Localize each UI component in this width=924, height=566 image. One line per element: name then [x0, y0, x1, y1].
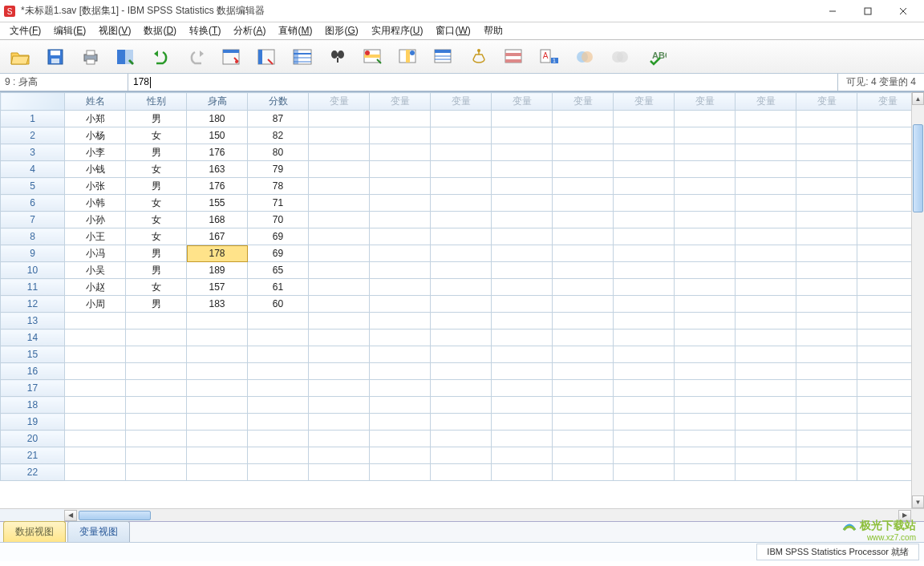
empty-cell[interactable]: [736, 363, 796, 380]
empty-cell[interactable]: [65, 346, 126, 363]
empty-cell[interactable]: [431, 161, 492, 178]
empty-cell[interactable]: [370, 296, 431, 313]
data-grid[interactable]: 姓名性别身高分数变量变量变量变量变量变量变量变量变量变量1小郑男180872小杨…: [0, 92, 911, 481]
empty-cell[interactable]: [492, 414, 553, 431]
empty-cell[interactable]: [309, 178, 370, 195]
empty-cell[interactable]: [431, 329, 492, 346]
empty-cell[interactable]: [736, 161, 796, 178]
scroll-thumb[interactable]: [913, 124, 923, 212]
menu-窗口[interactable]: 窗口(W): [429, 22, 476, 39]
goto-variable-icon[interactable]: [253, 43, 281, 71]
empty-cell[interactable]: [126, 464, 187, 481]
row-header[interactable]: 22: [1, 464, 65, 481]
empty-cell[interactable]: [553, 329, 614, 346]
empty-cell[interactable]: [796, 212, 857, 228]
column-header[interactable]: 身高: [187, 93, 248, 111]
empty-cell[interactable]: [309, 363, 370, 380]
empty-cell[interactable]: [248, 414, 309, 431]
empty-cell[interactable]: [431, 144, 492, 161]
empty-cell[interactable]: [857, 447, 912, 464]
menu-实用程序[interactable]: 实用程序(U): [365, 22, 430, 39]
empty-cell[interactable]: [370, 144, 431, 161]
empty-cell[interactable]: [614, 262, 675, 279]
empty-cell[interactable]: [309, 397, 370, 414]
empty-cell[interactable]: [431, 262, 492, 279]
empty-cell[interactable]: [553, 447, 614, 464]
data-cell[interactable]: 小钱: [65, 161, 126, 178]
empty-cell[interactable]: [857, 262, 912, 279]
data-cell[interactable]: 176: [187, 144, 248, 161]
empty-cell[interactable]: [614, 397, 675, 414]
empty-cell[interactable]: [796, 447, 857, 464]
empty-cell[interactable]: [553, 397, 614, 414]
empty-cell[interactable]: [248, 380, 309, 397]
goto-case-icon[interactable]: [218, 43, 245, 71]
empty-cell[interactable]: [736, 144, 796, 161]
empty-cell[interactable]: [857, 464, 912, 481]
empty-cell[interactable]: [736, 127, 796, 144]
column-header-empty[interactable]: 变量: [370, 93, 431, 111]
empty-cell[interactable]: [796, 397, 857, 414]
column-header-empty[interactable]: 变量: [857, 93, 912, 111]
empty-cell[interactable]: [431, 414, 492, 431]
empty-cell[interactable]: [126, 414, 187, 431]
empty-cell[interactable]: [614, 380, 675, 397]
data-cell[interactable]: 69: [248, 245, 309, 262]
data-cell[interactable]: 男: [126, 296, 187, 313]
empty-cell[interactable]: [614, 447, 675, 464]
empty-cell[interactable]: [65, 431, 126, 447]
menu-分析[interactable]: 分析(A): [227, 22, 272, 39]
empty-cell[interactable]: [187, 313, 248, 329]
menu-直销[interactable]: 直销(M): [272, 22, 318, 39]
empty-cell[interactable]: [431, 380, 492, 397]
empty-cell[interactable]: [675, 346, 736, 363]
empty-cell[interactable]: [370, 397, 431, 414]
vertical-scrollbar[interactable]: ▲ ▼: [911, 92, 924, 508]
empty-cell[interactable]: [431, 346, 492, 363]
empty-cell[interactable]: [675, 363, 736, 380]
empty-cell[interactable]: [309, 464, 370, 481]
empty-cell[interactable]: [796, 313, 857, 329]
empty-cell[interactable]: [370, 161, 431, 178]
empty-cell[interactable]: [126, 380, 187, 397]
menu-文件[interactable]: 文件(F): [3, 22, 47, 39]
print-icon[interactable]: [77, 43, 104, 71]
empty-cell[interactable]: [492, 127, 553, 144]
row-header[interactable]: 7: [1, 212, 65, 228]
data-cell[interactable]: 71: [248, 195, 309, 212]
empty-cell[interactable]: [309, 144, 370, 161]
data-cell[interactable]: 167: [187, 228, 248, 245]
empty-cell[interactable]: [796, 414, 857, 431]
empty-cell[interactable]: [492, 380, 553, 397]
empty-cell[interactable]: [736, 195, 796, 212]
empty-cell[interactable]: [370, 313, 431, 329]
data-cell[interactable]: 176: [187, 178, 248, 195]
empty-cell[interactable]: [736, 329, 796, 346]
empty-cell[interactable]: [492, 228, 553, 245]
empty-cell[interactable]: [309, 431, 370, 447]
row-header[interactable]: 11: [1, 279, 65, 296]
empty-cell[interactable]: [431, 447, 492, 464]
menu-编辑[interactable]: 编辑(E): [47, 22, 92, 39]
empty-cell[interactable]: [309, 279, 370, 296]
empty-cell[interactable]: [65, 464, 126, 481]
save-icon[interactable]: [42, 43, 69, 71]
empty-cell[interactable]: [736, 464, 796, 481]
empty-cell[interactable]: [553, 228, 614, 245]
empty-cell[interactable]: [187, 447, 248, 464]
column-header-empty[interactable]: 变量: [614, 93, 675, 111]
empty-cell[interactable]: [187, 464, 248, 481]
empty-cell[interactable]: [675, 414, 736, 431]
empty-cell[interactable]: [675, 111, 736, 127]
empty-cell[interactable]: [553, 279, 614, 296]
empty-cell[interactable]: [370, 380, 431, 397]
empty-cell[interactable]: [553, 296, 614, 313]
open-icon[interactable]: [6, 43, 34, 71]
data-cell[interactable]: 女: [126, 127, 187, 144]
row-header[interactable]: 8: [1, 228, 65, 245]
data-cell[interactable]: 65: [248, 262, 309, 279]
menu-数据[interactable]: 数据(D): [137, 22, 183, 39]
empty-cell[interactable]: [736, 397, 796, 414]
data-cell[interactable]: 男: [126, 178, 187, 195]
data-cell[interactable]: 男: [126, 245, 187, 262]
